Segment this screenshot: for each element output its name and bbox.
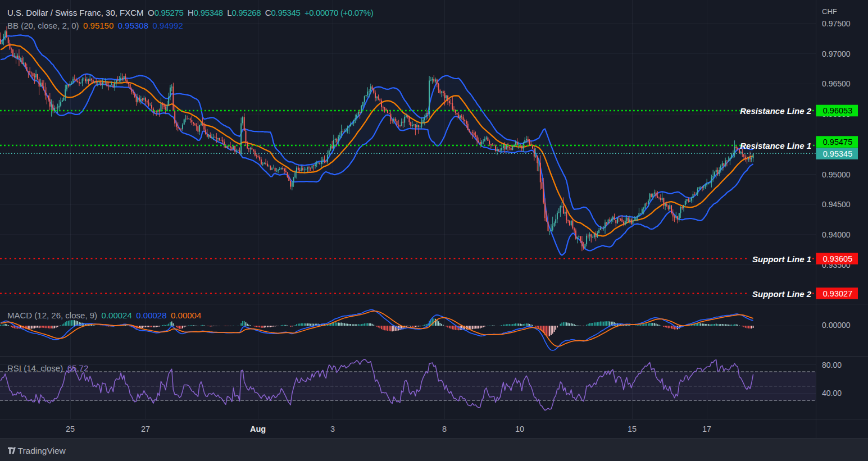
svg-text:0.94500: 0.94500 bbox=[822, 200, 851, 209]
svg-text:Aug: Aug bbox=[250, 425, 266, 433]
svg-text:0.96053: 0.96053 bbox=[823, 106, 852, 115]
svg-text:0.97500: 0.97500 bbox=[822, 19, 851, 28]
svg-text:0.93027: 0.93027 bbox=[823, 289, 852, 298]
svg-text:BB (20, close, 2, 0) 0.95150 0: BB (20, close, 2, 0) 0.95150 0.95308 0.9… bbox=[7, 21, 183, 30]
svg-text:0.95000: 0.95000 bbox=[822, 170, 851, 179]
svg-text:0.93605: 0.93605 bbox=[823, 254, 852, 263]
svg-text:CHF: CHF bbox=[822, 7, 837, 16]
svg-text:0.95475: 0.95475 bbox=[823, 138, 852, 147]
svg-text:0.94000: 0.94000 bbox=[822, 230, 851, 239]
svg-text:10: 10 bbox=[515, 425, 524, 433]
svg-text:3: 3 bbox=[330, 425, 335, 433]
svg-text:0.96500: 0.96500 bbox=[822, 79, 851, 88]
svg-text:Support Line 1: Support Line 1 bbox=[752, 254, 811, 264]
svg-text:Resistance Line 2: Resistance Line 2 bbox=[740, 106, 811, 116]
svg-text:15: 15 bbox=[628, 425, 637, 433]
svg-text:MACD (12, 26, close, 9) 0.0002: MACD (12, 26, close, 9) 0.00024 0.00028 … bbox=[7, 311, 201, 320]
svg-text:Resistance Line 1: Resistance Line 1 bbox=[740, 141, 811, 150]
svg-text:U.S. Dollar / Swiss Franc, 30,: U.S. Dollar / Swiss Franc, 30, FXCM O0.9… bbox=[7, 8, 374, 17]
svg-text:27: 27 bbox=[141, 425, 150, 433]
svg-text:0.00000: 0.00000 bbox=[822, 321, 851, 330]
svg-text:40.00: 40.00 bbox=[822, 389, 842, 398]
svg-text:Support Line 2: Support Line 2 bbox=[752, 289, 812, 299]
svg-text:8: 8 bbox=[442, 425, 447, 433]
svg-text:RSI (14, close) 65.72: RSI (14, close) 65.72 bbox=[7, 363, 88, 373]
svg-text:25: 25 bbox=[66, 425, 75, 433]
svg-text:80.00: 80.00 bbox=[822, 360, 842, 369]
svg-text:TradingView: TradingView bbox=[18, 446, 66, 455]
svg-text:0.97000: 0.97000 bbox=[822, 49, 851, 58]
svg-text:0.95345: 0.95345 bbox=[823, 149, 852, 158]
svg-text:17: 17 bbox=[702, 425, 711, 433]
